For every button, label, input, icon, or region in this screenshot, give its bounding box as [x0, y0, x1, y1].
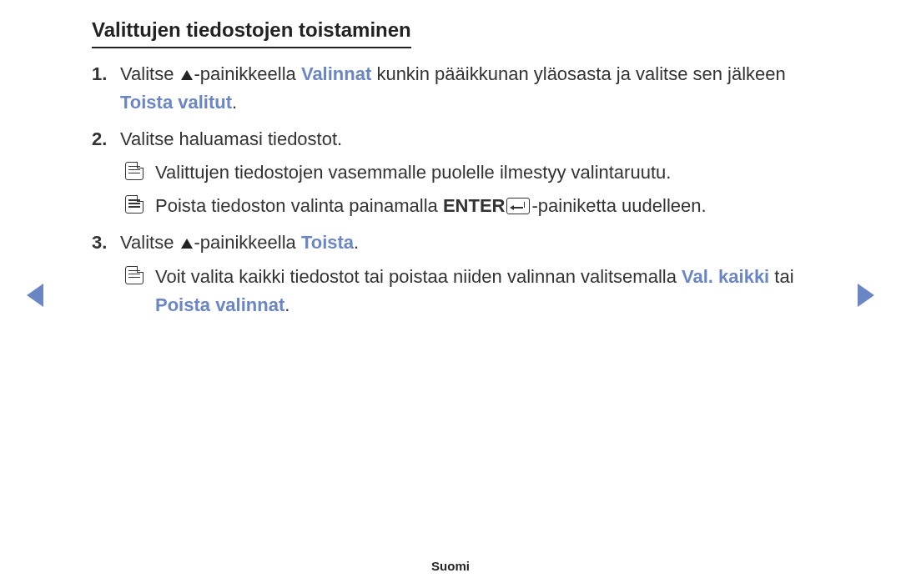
- text: .: [354, 232, 359, 253]
- footer-language: Suomi: [0, 559, 901, 573]
- text: -painikkeella: [194, 232, 301, 253]
- note-icon: [125, 195, 143, 214]
- enter-icon: [506, 198, 530, 214]
- note-item: Valittujen tiedostojen vasemmalle puolel…: [120, 158, 809, 187]
- up-arrow-icon: [181, 70, 193, 80]
- notes-list: Valittujen tiedostojen vasemmalle puolel…: [120, 158, 809, 220]
- enter-label: ENTER: [443, 195, 506, 216]
- step-number: 3.: [92, 229, 107, 257]
- note-item: Poista tiedoston valinta painamalla ENTE…: [120, 192, 809, 220]
- section-heading: Valittujen tiedostojen toistaminen: [92, 18, 411, 48]
- prev-page-arrow-icon[interactable]: [27, 284, 43, 307]
- text: Poista tiedoston valinta painamalla: [155, 195, 443, 216]
- text: -painiketta uudelleen.: [531, 195, 706, 216]
- up-arrow-icon: [181, 239, 193, 249]
- highlight-toista-valitut: Toista valitut: [120, 92, 232, 113]
- text: .: [232, 92, 237, 113]
- text: kunkin pääikkunan yläosasta ja valitse s…: [371, 63, 786, 84]
- text: Valittujen tiedostojen vasemmalle puolel…: [155, 162, 671, 183]
- step-number: 1.: [92, 60, 107, 88]
- next-page-arrow-icon[interactable]: [858, 284, 874, 307]
- notes-list: Voit valita kaikki tiedostot tai poistaa…: [120, 263, 809, 319]
- highlight-val-kaikki: Val. kaikki: [682, 266, 769, 287]
- text: tai: [769, 266, 793, 287]
- step-2: 2. Valitse haluamasi tiedostot. Valittuj…: [92, 125, 809, 220]
- highlight-poista-valinnat: Poista valinnat: [155, 294, 284, 315]
- text: -painikkeella: [194, 63, 301, 84]
- page-content: Valittujen tiedostojen toistaminen 1. Va…: [0, 0, 901, 319]
- steps-list: 1. Valitse -painikkeella Valinnat kunkin…: [92, 60, 809, 319]
- highlight-toista: Toista: [301, 232, 354, 253]
- text: .: [284, 294, 289, 315]
- text: Valitse: [120, 232, 179, 253]
- step-1: 1. Valitse -painikkeella Valinnat kunkin…: [92, 60, 809, 117]
- text: Valitse: [120, 63, 179, 84]
- step-3: 3. Valitse -painikkeella Toista. Voit va…: [92, 229, 809, 319]
- note-icon: [125, 162, 143, 180]
- text: Voit valita kaikki tiedostot tai poistaa…: [155, 266, 682, 287]
- step-number: 2.: [92, 125, 107, 153]
- text: Valitse haluamasi tiedostot.: [120, 128, 342, 149]
- note-item: Voit valita kaikki tiedostot tai poistaa…: [120, 263, 809, 319]
- highlight-valinnat: Valinnat: [301, 63, 371, 84]
- note-icon: [125, 266, 143, 284]
